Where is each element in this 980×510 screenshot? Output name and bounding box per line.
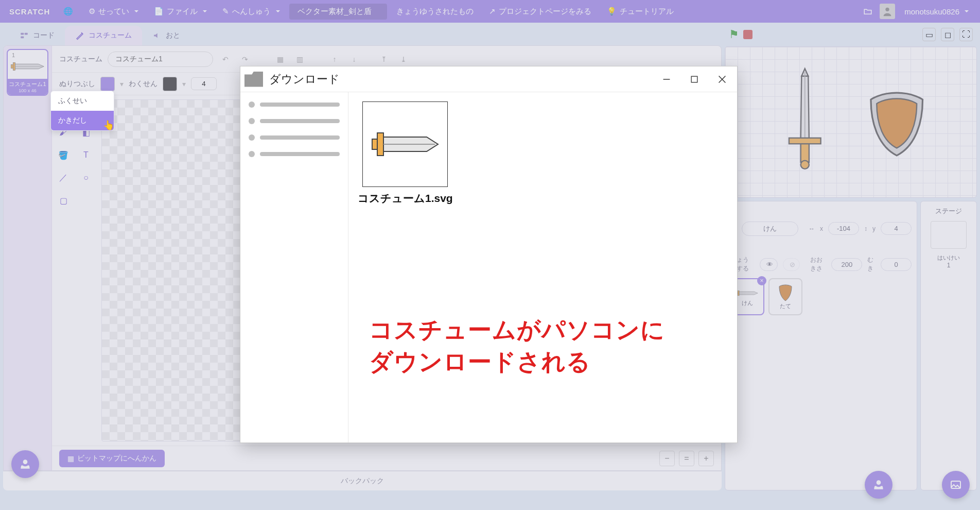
dialog-titlebar: ダウンロード [240, 66, 737, 92]
file-name-label: コスチューム1.svg [358, 191, 453, 206]
dialog-sidebar [240, 92, 348, 443]
minimize-button[interactable] [656, 70, 677, 89]
svg-rect-25 [377, 133, 383, 156]
close-button[interactable] [711, 70, 733, 89]
sidebar-item[interactable] [249, 134, 340, 141]
sword-file-icon [369, 124, 441, 165]
folder-icon [244, 72, 263, 87]
maximize-button[interactable] [684, 70, 705, 89]
ctx-duplicate[interactable]: ふくせい [51, 91, 114, 111]
file-thumbnail [362, 101, 448, 187]
svg-rect-24 [372, 139, 377, 149]
sidebar-item[interactable] [249, 118, 340, 124]
dialog-content: コスチューム1.svg コスチュームがパソコンに ダウンロードされる [348, 92, 737, 443]
svg-rect-21 [691, 76, 697, 82]
costume-context-menu: ふくせい かきだし [50, 91, 114, 131]
ctx-export[interactable]: かきだし [51, 111, 114, 130]
annotation-text: コスチュームがパソコンに ダウンロードされる [369, 314, 665, 378]
dialog-title: ダウンロード [269, 72, 650, 87]
sidebar-item[interactable] [249, 101, 340, 108]
download-dialog: ダウンロード コスチューム1.svg [240, 66, 738, 443]
sidebar-item[interactable] [249, 151, 340, 157]
file-item[interactable]: コスチューム1.svg [358, 101, 453, 206]
